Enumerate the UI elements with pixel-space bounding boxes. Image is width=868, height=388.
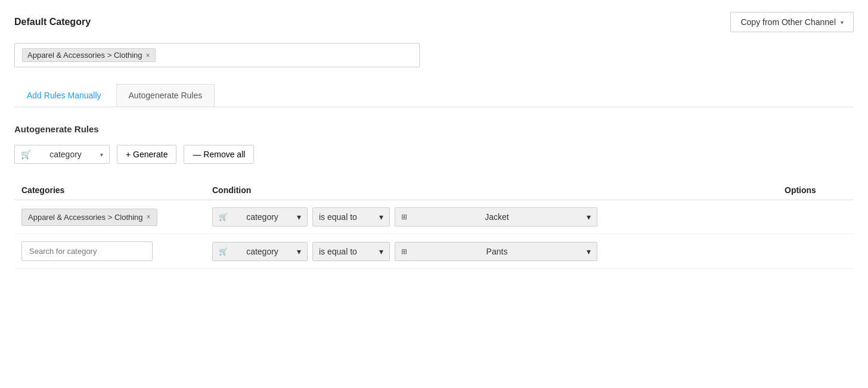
table-row: Apparel & Accessories > Clothing × 🛒 cat… <box>14 200 854 234</box>
row2-condition-operator-label: is equal to <box>319 247 357 256</box>
chevron-down-icon: ▾ <box>297 247 301 256</box>
grid-icon: ⊞ <box>401 247 407 256</box>
row1-category-tag: Apparel & Accessories > Clothing × <box>21 209 157 226</box>
rules-table: Categories Condition Options Apparel & A… <box>14 181 854 269</box>
row2-condition-cell: 🛒 category ▾ is equal to ▾ ⊞ Pants ▾ <box>205 234 777 269</box>
chevron-down-icon: ▾ <box>379 212 383 222</box>
generate-label: + Generate <box>126 150 168 159</box>
section-title: Autogenerate Rules <box>14 124 854 134</box>
chevron-down-icon: ▾ <box>379 247 383 256</box>
generate-button[interactable]: + Generate <box>117 145 176 164</box>
tab-add-rules-manually[interactable]: Add Rules Manually <box>14 84 114 107</box>
remove-all-button[interactable]: — Remove all <box>184 145 254 164</box>
close-icon[interactable]: × <box>147 213 151 221</box>
header-row: Default Category Copy from Other Channel… <box>14 12 854 32</box>
default-category-tag: Apparel & Accessories > Clothing × <box>22 48 156 62</box>
row1-condition-row: 🛒 category ▾ is equal to ▾ ⊞ Jacket ▾ <box>212 207 770 226</box>
page-title: Default Category <box>14 17 91 27</box>
row1-condition-field-label: category <box>246 212 278 222</box>
remove-label: — Remove all <box>193 150 245 159</box>
col-header-condition: Condition <box>205 181 777 200</box>
chevron-down-icon: ▾ <box>297 212 301 222</box>
close-icon[interactable]: × <box>146 51 150 60</box>
row2-condition-operator-dropdown[interactable]: is equal to ▾ <box>312 242 390 261</box>
row2-options-cell <box>777 234 854 269</box>
row2-condition-value-label: Pants <box>486 247 508 256</box>
cart-icon: 🛒 <box>219 213 228 221</box>
category-dropdown-label: category <box>49 150 82 159</box>
cart-icon: 🛒 <box>219 247 228 256</box>
copy-from-other-channel-button[interactable]: Copy from Other Channel ▾ <box>730 12 854 32</box>
default-category-tag-label: Apparel & Accessories > Clothing <box>27 51 142 60</box>
row1-condition-cell: 🛒 category ▾ is equal to ▾ ⊞ Jacket ▾ <box>205 200 777 234</box>
row1-options-cell <box>777 200 854 234</box>
row1-condition-value-dropdown[interactable]: ⊞ Jacket ▾ <box>395 207 597 226</box>
col-header-categories: Categories <box>14 181 205 200</box>
row1-condition-value-label: Jacket <box>485 212 509 222</box>
chevron-down-icon: ▾ <box>587 212 591 222</box>
col-header-options: Options <box>777 181 854 200</box>
row1-condition-operator-dropdown[interactable]: is equal to ▾ <box>312 207 390 226</box>
grid-icon: ⊞ <box>401 213 407 221</box>
default-category-input-box[interactable]: Apparel & Accessories > Clothing × <box>14 43 420 67</box>
cart-icon: 🛒 <box>21 150 31 159</box>
chevron-down-icon: ▾ <box>100 151 103 158</box>
row1-category-label: Apparel & Accessories > Clothing <box>28 213 143 222</box>
search-category-input[interactable] <box>21 241 153 261</box>
controls-row: 🛒 category ▾ + Generate — Remove all <box>14 145 854 164</box>
table-row: 🛒 category ▾ is equal to ▾ ⊞ Pants ▾ <box>14 234 854 269</box>
row2-condition-field-dropdown[interactable]: 🛒 category ▾ <box>212 242 308 261</box>
tab-autogenerate-rules[interactable]: Autogenerate Rules <box>116 84 215 107</box>
row1-category-cell: Apparel & Accessories > Clothing × <box>14 200 205 234</box>
tab-auto-label: Autogenerate Rules <box>129 91 203 100</box>
row2-category-cell <box>14 234 205 269</box>
row2-condition-value-dropdown[interactable]: ⊞ Pants ▾ <box>395 242 597 261</box>
row1-condition-field-dropdown[interactable]: 🛒 category ▾ <box>212 207 308 226</box>
chevron-down-icon: ▾ <box>587 247 591 256</box>
page-container: Default Category Copy from Other Channel… <box>0 0 868 388</box>
chevron-down-icon: ▾ <box>841 19 844 26</box>
row1-condition-operator-label: is equal to <box>319 212 357 222</box>
row2-condition-field-label: category <box>246 247 278 256</box>
category-dropdown[interactable]: 🛒 category ▾ <box>14 145 110 164</box>
row2-condition-row: 🛒 category ▾ is equal to ▾ ⊞ Pants ▾ <box>212 242 770 261</box>
tabs-container: Add Rules Manually Autogenerate Rules <box>14 84 854 107</box>
tab-manual-label: Add Rules Manually <box>27 91 101 100</box>
copy-button-label: Copy from Other Channel <box>740 17 836 27</box>
